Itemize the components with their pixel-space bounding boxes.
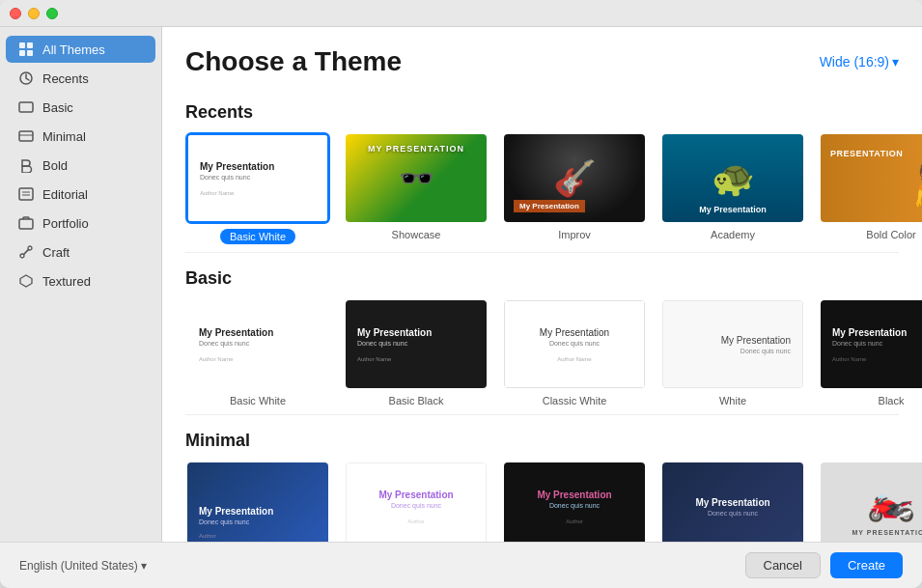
app-window: All Themes Recents Basic [0, 0, 922, 588]
theme-item-black[interactable]: My Presentation Donec quis nunc Author N… [819, 298, 922, 406]
sidebar-item-portfolio[interactable]: Portfolio [6, 210, 155, 237]
sidebar-item-textured[interactable]: Textured [6, 267, 155, 294]
sidebar-item-recents-label: Recents [42, 71, 89, 86]
close-button[interactable] [10, 8, 21, 19]
cancel-button[interactable]: Cancel [745, 552, 821, 578]
theme-thumb-black[interactable]: My Presentation Donec quis nunc Author N… [819, 298, 922, 390]
theme-label-basic-black: Basic Black [389, 395, 444, 406]
theme-label-white: White [719, 395, 746, 406]
theme-item-gradient[interactable]: My Presentation Donec quis nunc Gradient [660, 461, 805, 542]
theme-thumb-basic-black[interactable]: My Presentation Donec quis nunc Author N… [344, 298, 489, 390]
basic-icon [17, 98, 35, 116]
language-chevron: ▾ [141, 559, 147, 573]
thumb-title-academy: My Presentation [662, 205, 803, 214]
sidebar-item-minimal[interactable]: Minimal [6, 123, 155, 150]
theme-thumb-color-gradient[interactable]: My Presentation Donec quis nunc Author [502, 461, 647, 542]
theme-item-bold-color[interactable]: PRESENTATION 🧍 Bold Color [819, 132, 922, 244]
minimal-section: Minimal My Presentation Donec quis nunc … [185, 431, 899, 542]
thumb-title-showcase: MY PRESENTATION [346, 144, 487, 154]
sidebar-item-portfolio-label: Portfolio [42, 216, 89, 231]
minimal-section-title: Minimal [185, 431, 899, 451]
svg-line-14 [23, 249, 28, 254]
create-button[interactable]: Create [830, 552, 903, 578]
editorial-icon [17, 185, 35, 203]
theme-thumb-basic-white-recent[interactable]: My Presentation Donec quis nunc Author N… [185, 132, 330, 224]
theme-item-color-gradient[interactable]: My Presentation Donec quis nunc Author C… [502, 461, 647, 542]
person-silhouette: 🧍 [894, 164, 922, 222]
theme-thumb-basic-color[interactable]: My Presentation Donec quis nunc Author [185, 461, 330, 542]
aspect-ratio-button[interactable]: Wide (16:9) ▾ [820, 54, 899, 70]
sidebar-item-all-themes[interactable]: All Themes [6, 36, 155, 63]
maximize-button[interactable] [46, 8, 58, 19]
svg-rect-3 [27, 50, 33, 56]
language-selector[interactable]: English (United States) ▾ [19, 559, 147, 573]
themes-scroll-area[interactable]: Recents My Presentation Donec quis nunc … [162, 87, 922, 542]
sidebar-item-recents[interactable]: Recents [6, 65, 155, 92]
all-themes-icon [17, 41, 35, 58]
svg-rect-5 [19, 102, 33, 112]
theme-thumb-academy[interactable]: My Presentation [660, 132, 805, 224]
theme-item-academy[interactable]: My Presentation Academy [660, 132, 805, 244]
main-content: All Themes Recents Basic [0, 27, 922, 542]
theme-label-bold-color: Bold Color [866, 229, 915, 240]
theme-thumb-white[interactable]: My Presentation Donec quis nunc [660, 298, 805, 390]
svg-rect-6 [19, 131, 33, 141]
recents-section-title: Recents [185, 102, 899, 123]
theme-item-color-gradient-light[interactable]: My Presentation Donec quis nunc Author C… [344, 461, 489, 542]
language-label: English (United States) [19, 559, 138, 573]
minimize-button[interactable] [28, 8, 40, 19]
footer: English (United States) ▾ Cancel Create [0, 542, 922, 588]
theme-label-basic-white-recent: Basic White [220, 229, 295, 244]
thumb-title-bold-color: PRESENTATION [830, 149, 903, 158]
divider-2 [185, 414, 899, 415]
divider-1 [185, 252, 899, 253]
sidebar-item-minimal-label: Minimal [42, 129, 86, 144]
theme-item-classic-white[interactable]: My Presentation Donec quis nunc Author N… [502, 298, 647, 406]
sidebar-item-editorial[interactable]: Editorial [6, 181, 155, 208]
portfolio-icon [17, 214, 35, 232]
theme-thumb-classic-white[interactable]: My Presentation Donec quis nunc Author N… [502, 298, 647, 390]
theme-item-showcase[interactable]: MY PRESENTATION Showcase [344, 132, 489, 244]
theme-item-white[interactable]: My Presentation Donec quis nunc White [660, 298, 805, 406]
svg-rect-2 [19, 50, 25, 56]
svg-marker-15 [20, 275, 32, 287]
recents-section: Recents My Presentation Donec quis nunc … [185, 102, 899, 244]
theme-thumb-gradient[interactable]: My Presentation Donec quis nunc [660, 461, 805, 542]
theme-label-improv: Improv [558, 229, 591, 240]
thumb-sub: Donec quis nunc [200, 174, 316, 181]
sidebar-item-basic[interactable]: Basic [6, 94, 155, 121]
sidebar-item-editorial-label: Editorial [42, 187, 88, 202]
theme-thumb-color-gradient-light[interactable]: My Presentation Donec quis nunc Author [344, 461, 489, 542]
theme-thumb-bold-color[interactable]: PRESENTATION 🧍 [819, 132, 922, 224]
svg-rect-11 [19, 219, 33, 229]
svg-rect-1 [27, 42, 33, 48]
page-title: Choose a Theme [185, 46, 402, 77]
theme-item-basic-black[interactable]: My Presentation Donec quis nunc Author N… [344, 298, 489, 406]
craft-icon [17, 243, 35, 261]
sidebar: All Themes Recents Basic [0, 27, 162, 542]
theme-label-black: Black [879, 395, 905, 406]
theme-item-basic-white[interactable]: My Presentation Donec quis nunc Author N… [185, 298, 330, 406]
theme-item-basic-color[interactable]: My Presentation Donec quis nunc Author B… [185, 461, 330, 542]
sidebar-item-basic-label: Basic [42, 100, 73, 115]
minimal-icon [17, 127, 35, 145]
main-header: Choose a Theme Wide (16:9) ▾ [162, 27, 922, 87]
showroom-label: MY PRESENTATION [852, 529, 922, 536]
basic-grid: My Presentation Donec quis nunc Author N… [185, 298, 899, 406]
title-bar [0, 0, 922, 27]
theme-item-basic-white-recent[interactable]: My Presentation Donec quis nunc Author N… [185, 132, 330, 244]
theme-thumb-improv[interactable]: My Presentation [502, 132, 647, 224]
sidebar-item-bold[interactable]: Bold [6, 152, 155, 179]
svg-point-12 [20, 254, 24, 258]
theme-thumb-showroom[interactable]: MY PRESENTATION [819, 461, 922, 542]
sidebar-item-craft[interactable]: Craft [6, 238, 155, 266]
sidebar-item-bold-label: Bold [42, 158, 68, 173]
thumb-author: Author Name [200, 190, 316, 196]
theme-thumb-basic-white[interactable]: My Presentation Donec quis nunc Author N… [185, 298, 330, 390]
theme-label-academy: Academy [711, 229, 755, 240]
theme-item-showroom[interactable]: MY PRESENTATION Showroom [819, 461, 922, 542]
sidebar-item-all-themes-label: All Themes [42, 42, 105, 57]
theme-thumb-showcase[interactable]: MY PRESENTATION [344, 132, 489, 224]
basic-section-title: Basic [185, 268, 899, 289]
theme-item-improv[interactable]: My Presentation Improv [502, 132, 647, 244]
